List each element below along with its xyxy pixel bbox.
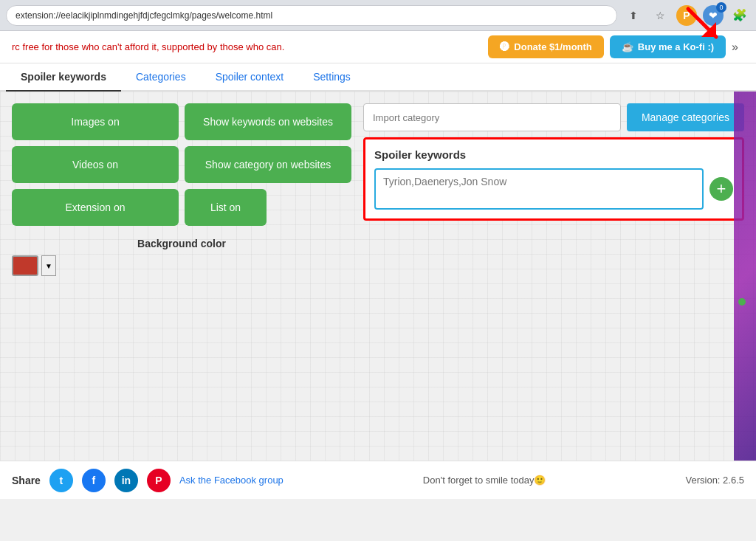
ask-facebook-link[interactable]: Ask the Facebook group xyxy=(179,475,284,486)
color-swatch[interactable] xyxy=(12,255,38,276)
color-picker-wrapper: ▼ xyxy=(12,255,351,276)
show-category-button[interactable]: Show category on websites xyxy=(185,146,351,183)
share-browser-icon[interactable]: ⬆ xyxy=(623,5,644,26)
donate-button[interactable]: 🅟 Donate $1/month xyxy=(488,35,603,58)
show-keywords-button[interactable]: Show keywords on websites xyxy=(185,103,351,140)
green-dot xyxy=(738,298,746,306)
puzzle-icon[interactable]: 🧩 xyxy=(729,5,750,26)
btn-row-2: Videos on Show category on websites xyxy=(12,146,351,183)
background-color-section: Background color ▼ xyxy=(12,238,351,276)
kofi-icon: ☕ xyxy=(622,41,633,52)
footer: Share t f in P Ask the Facebook group Do… xyxy=(0,461,756,499)
extension-on-button[interactable]: Extension on xyxy=(12,189,179,226)
footer-version: Version: 2.6.5 xyxy=(686,475,745,486)
pinterest-button[interactable]: P xyxy=(147,469,171,492)
keywords-textarea[interactable] xyxy=(374,168,704,210)
images-on-button[interactable]: Images on xyxy=(12,103,179,140)
chevron-button[interactable]: » xyxy=(726,38,744,57)
facebook-button[interactable]: f xyxy=(82,469,106,492)
browser-bar: extension://eelacikjiplnmdingehjfdjcfegc… xyxy=(0,0,756,31)
btn-row-3: Extension on List on xyxy=(12,189,351,226)
url-bar[interactable]: extension://eelacikjiplnmdingehjfdjcfegc… xyxy=(6,5,617,26)
left-panel: Images on Show keywords on websites Vide… xyxy=(12,103,351,276)
donate-label: Donate $1/month xyxy=(514,41,591,52)
tab-spoiler-keywords[interactable]: Spoiler keywords xyxy=(6,63,121,92)
linkedin-button[interactable]: in xyxy=(114,469,138,492)
btn-row-1: Images on Show keywords on websites xyxy=(12,103,351,140)
share-label: Share xyxy=(12,475,41,486)
spoiler-box-title: Spoiler keywords xyxy=(374,148,733,161)
keywords-input-row: + xyxy=(374,168,733,210)
content-row: Images on Show keywords on websites Vide… xyxy=(12,103,744,276)
url-text: extension://eelacikjiplnmdingehjfdjcfegc… xyxy=(16,10,272,21)
right-panel: Manage categories Spoiler keywords + xyxy=(363,103,744,276)
tab-bar: Spoiler keywords Categories Spoiler cont… xyxy=(0,63,756,92)
twitter-button[interactable]: t xyxy=(49,469,73,492)
spoiler-keywords-box: Spoiler keywords + xyxy=(363,137,744,221)
bookmark-icon[interactable]: ☆ xyxy=(650,5,670,26)
import-category-input[interactable] xyxy=(363,103,621,131)
main-content: Images on Show keywords on websites Vide… xyxy=(0,92,756,461)
bg-color-label: Background color xyxy=(12,238,351,249)
manage-categories-button[interactable]: Manage categories xyxy=(627,103,744,131)
import-row: Manage categories xyxy=(363,103,744,131)
add-keyword-button[interactable]: + xyxy=(709,177,733,201)
tab-spoiler-context[interactable]: Spoiler context xyxy=(201,63,299,92)
tab-settings[interactable]: Settings xyxy=(298,63,365,92)
tab-categories[interactable]: Categories xyxy=(121,63,201,92)
red-arrow-overlay xyxy=(681,1,725,49)
color-dropdown[interactable]: ▼ xyxy=(41,255,56,276)
footer-smile: Don't forget to smile today🙂 xyxy=(292,475,677,486)
notice-text: rc free for those who can't afford it, s… xyxy=(12,41,488,52)
notice-bar: rc free for those who can't afford it, s… xyxy=(0,31,756,63)
list-on-button[interactable]: List on xyxy=(185,189,267,226)
videos-on-button[interactable]: Videos on xyxy=(12,146,179,183)
donate-icon: 🅟 xyxy=(500,41,509,52)
side-decoration xyxy=(734,92,756,461)
